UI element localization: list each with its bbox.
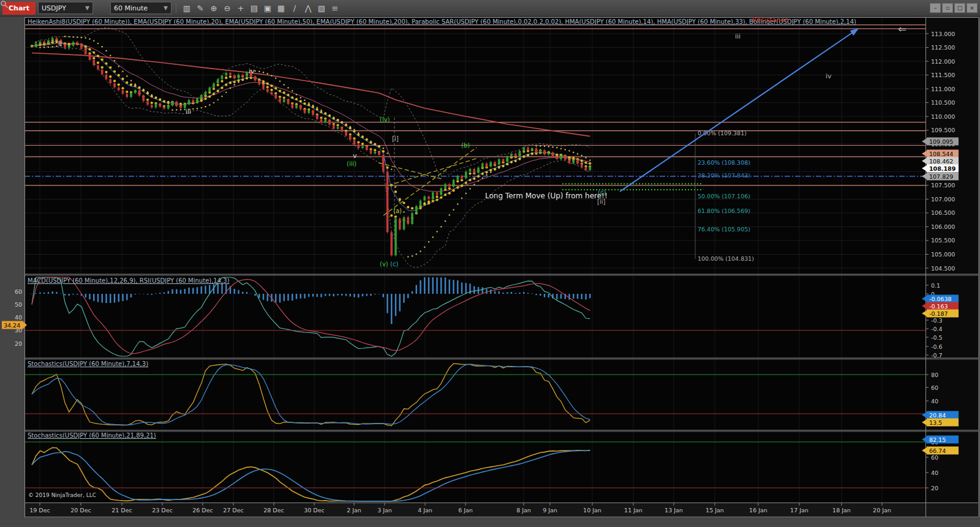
chart-canvas[interactable]: 0.00% (109.381)23.60% (108.308)38.20% (1…	[0, 0, 980, 527]
svg-text:20 Dec: 20 Dec	[70, 507, 91, 514]
svg-text:Stochastics(USDJPY (60 Minute): Stochastics(USDJPY (60 Minute),21,89,21)	[28, 432, 156, 439]
svg-text:18 Jan: 18 Jan	[832, 507, 851, 514]
svg-text:113.000: 113.000	[931, 31, 955, 37]
svg-text:iii: iii	[186, 108, 191, 116]
svg-text:27 Dec: 27 Dec	[223, 507, 244, 514]
svg-text:38.20% (107.843): 38.20% (107.843)	[698, 172, 750, 179]
zoom-in-icon[interactable]: ⊕	[208, 2, 220, 13]
svg-text:104.500: 104.500	[931, 265, 955, 272]
snapshot-icon[interactable]: ▣	[262, 2, 274, 13]
svg-text:107.829: 107.829	[929, 173, 953, 180]
svg-text:61.80% (106.569): 61.80% (106.569)	[698, 207, 750, 214]
svg-text:[i]: [i]	[392, 135, 399, 142]
svg-text:Long Term Move (Up) from here!: Long Term Move (Up) from here!!	[485, 192, 608, 200]
svg-text:26 Dec: 26 Dec	[192, 507, 213, 514]
svg-text:15 Jan: 15 Jan	[706, 507, 724, 514]
svg-text:107.000: 107.000	[931, 196, 955, 203]
left-arrow-icon: ⇐	[898, 23, 907, 35]
new-chart-icon[interactable]: ▧	[315, 2, 328, 13]
svg-text:80: 80	[931, 372, 938, 378]
svg-text:20: 20	[15, 340, 22, 347]
chevron-down-icon: ▼	[85, 5, 89, 11]
drawing-pencil-icon[interactable]: ✎	[194, 2, 206, 13]
window-maximize-button[interactable]: □	[954, 3, 965, 13]
svg-text:-0.163: -0.163	[929, 303, 948, 310]
svg-text:-0.3: -0.3	[931, 317, 943, 324]
svg-text:20.84: 20.84	[929, 412, 946, 419]
svg-text:106.000: 106.000	[931, 223, 955, 230]
svg-text:13.5: 13.5	[929, 419, 942, 426]
search-icon	[0, 0, 9, 9]
window-controls: –▫□×	[930, 3, 978, 13]
window-restore-button[interactable]: ▫	[942, 3, 953, 13]
instrument-selector[interactable]: USDJPY ▼	[38, 2, 93, 14]
svg-text:105.000: 105.000	[931, 251, 955, 258]
svg-text:Resistance: Resistance	[752, 16, 789, 24]
svg-text:0.1: 0.1	[931, 282, 940, 289]
svg-text:100.00% (104.831): 100.00% (104.831)	[698, 255, 754, 262]
svg-text:112.000: 112.000	[931, 58, 955, 65]
svg-text:66.74: 66.74	[929, 447, 946, 454]
svg-text:HeikenAshi8(USDJPY (60 Minute): HeikenAshi8(USDJPY (60 Minute)), EMA(USD…	[28, 18, 856, 25]
svg-text:50.00% (107.106): 50.00% (107.106)	[698, 193, 750, 200]
svg-text:108.544: 108.544	[929, 151, 953, 157]
zoom-out-icon[interactable]: ⊖	[221, 2, 233, 13]
svg-text:-0.7: -0.7	[931, 352, 943, 359]
svg-text:2 Jan: 2 Jan	[347, 507, 361, 514]
svg-text:(a): (a)	[393, 207, 402, 214]
svg-text:60: 60	[931, 454, 938, 461]
list-icon[interactable]: ≡	[329, 2, 341, 13]
svg-text:20 Jan: 20 Jan	[873, 507, 891, 514]
svg-text:3 Jan: 3 Jan	[377, 507, 392, 514]
svg-text:110.500: 110.500	[931, 99, 955, 106]
svg-text:109.500: 109.500	[931, 127, 955, 133]
svg-text:82.15: 82.15	[929, 436, 946, 443]
data-box-icon[interactable]: ▤	[248, 2, 260, 13]
svg-text:(v): (v)	[380, 261, 388, 267]
svg-text:34.24: 34.24	[4, 322, 20, 329]
svg-text:-0.6: -0.6	[931, 343, 943, 350]
interval-selector[interactable]: 60 Minute ▼	[110, 2, 172, 14]
interval-value: 60 Minute	[114, 4, 148, 12]
svg-text:4 Jan: 4 Jan	[418, 507, 432, 514]
svg-text:9 Jan: 9 Jan	[543, 507, 557, 514]
svg-text:20: 20	[931, 485, 938, 491]
svg-text:109.095: 109.095	[929, 138, 953, 145]
svg-text:16 Jan: 16 Jan	[749, 507, 767, 514]
svg-text:MACD(USDJPY (60 Minute),12,26,: MACD(USDJPY (60 Minute),12,26,9), RSI(US…	[28, 277, 230, 284]
svg-text:(iv): (iv)	[380, 116, 390, 123]
chart-style-icon[interactable]: ▥	[181, 2, 193, 13]
svg-text:40: 40	[15, 314, 22, 321]
svg-text:iii: iii	[735, 32, 741, 40]
grid-icon[interactable]: ▦	[275, 2, 287, 13]
svg-text:© 2019 NinjaTrader, LLC: © 2019 NinjaTrader, LLC	[28, 492, 96, 498]
svg-text:108.189: 108.189	[929, 165, 956, 172]
svg-text:-0.4: -0.4	[931, 326, 943, 332]
svg-text:107.500: 107.500	[931, 182, 955, 189]
crosshair-icon[interactable]: +	[235, 2, 247, 13]
svg-text:iv: iv	[826, 72, 832, 80]
toolbar-icons: ▥✎⊕⊖+▤▣▦∕⋀▧≡	[181, 2, 341, 13]
svg-text:50: 50	[15, 301, 22, 308]
instrument-search-button[interactable]	[96, 2, 108, 13]
svg-text:23 Dec: 23 Dec	[152, 507, 173, 514]
svg-text:105.500: 105.500	[931, 237, 955, 244]
instrument-value: USDJPY	[42, 4, 66, 12]
svg-text:60: 60	[15, 288, 22, 295]
svg-text:40: 40	[931, 469, 938, 476]
svg-text:23.60% (108.308): 23.60% (108.308)	[698, 159, 750, 166]
svg-text:Stochastics(USDJPY (60 Minute): Stochastics(USDJPY (60 Minute),7,14,3)	[28, 361, 148, 367]
trend-line-icon[interactable]: ∕	[288, 2, 301, 13]
svg-text:112.500: 112.500	[931, 44, 955, 51]
window-minimize-button[interactable]: –	[930, 3, 941, 13]
svg-text:76.40% (105.905): 76.40% (105.905)	[698, 226, 750, 233]
svg-text:28 Dec: 28 Dec	[263, 507, 284, 514]
svg-text:10 Jan: 10 Jan	[583, 507, 601, 514]
svg-text:6 Jan: 6 Jan	[458, 507, 473, 514]
svg-text:30 Dec: 30 Dec	[304, 507, 325, 514]
svg-text:111.500: 111.500	[931, 72, 955, 78]
svg-text:106.500: 106.500	[931, 209, 955, 216]
window-close-button[interactable]: ×	[967, 3, 978, 13]
svg-text:21 Dec: 21 Dec	[111, 507, 132, 514]
zigzag-icon[interactable]: ⋀	[302, 2, 314, 13]
